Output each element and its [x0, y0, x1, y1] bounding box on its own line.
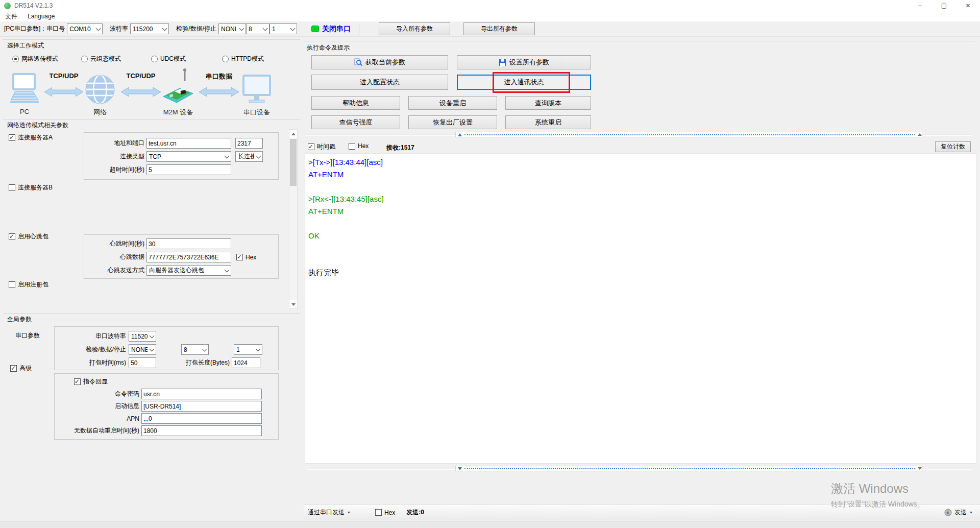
- device-reboot-button[interactable]: 设备重启: [408, 96, 497, 110]
- net-params-group: 网络透传模式相关参数 连接服务器A 地址和端口 连接类型 TCP 长连接: [3, 119, 300, 311]
- register-packet-checkbox[interactable]: 启用注册包: [9, 280, 48, 289]
- collapse-up-icon[interactable]: [458, 133, 462, 136]
- work-mode-group: 选择工作模式 网络透传模式 云组态模式 UDC模式 HTTPD模式 TCP/UD…: [3, 39, 300, 117]
- heartbeat-data-input[interactable]: [146, 252, 231, 262]
- chevron-down-icon[interactable]: ▼: [347, 511, 351, 514]
- log-line: AT+ENTM: [308, 205, 973, 218]
- query-version-button[interactable]: 查询版本: [505, 96, 591, 110]
- system-reboot-button[interactable]: 系统重启: [505, 115, 591, 129]
- pack-len-input[interactable]: [232, 357, 260, 368]
- app-logo-icon: [4, 3, 11, 9]
- heartbeat-checkbox[interactable]: 启用心跳包: [9, 232, 48, 241]
- pack-time-label: 打包时间(ms): [55, 358, 126, 367]
- conn-type-select[interactable]: TCP: [146, 151, 231, 162]
- radio-httpd-mode[interactable]: HTTPD模式: [222, 55, 264, 63]
- log-line: OK: [308, 230, 973, 242]
- log-bottom-splitter[interactable]: [306, 466, 972, 472]
- timestamp-checkbox[interactable]: 时间戳: [308, 142, 335, 151]
- parity-select[interactable]: NONI: [218, 23, 246, 34]
- log-line: AT+ENTM: [308, 169, 973, 181]
- conn-mode-select[interactable]: 长连接: [235, 151, 263, 162]
- app-window: DR514 V2.1.3 – ▢ ✕ 文件 Language [PC串口参数]：…: [0, 0, 980, 528]
- sent-count-label: 发送:0: [406, 508, 424, 517]
- reset-count-button[interactable]: 复位计数: [935, 141, 971, 152]
- checkbox-icon: [375, 509, 382, 516]
- pack-time-input[interactable]: [129, 357, 156, 368]
- help-info-button[interactable]: 帮助信息: [311, 96, 400, 110]
- radio-udc-mode[interactable]: UDC模式: [151, 55, 186, 63]
- checkbox-icon: [9, 184, 15, 191]
- restart-time-input[interactable]: [141, 425, 262, 436]
- radio-net-transparent-mode[interactable]: 网络透传模式: [12, 55, 58, 63]
- server-a-panel: 地址和端口 连接类型 TCP 长连接 超时时间(秒): [84, 132, 279, 180]
- log-line: [308, 242, 973, 254]
- checkbox-icon: [74, 378, 81, 385]
- window-bottom-edge: [0, 521, 980, 528]
- vertical-scrollbar[interactable]: [289, 129, 298, 309]
- log-area[interactable]: >[Tx->][13:43:44][asc]AT+ENTM>[Rx<-][13:…: [305, 153, 976, 464]
- heartbeat-data-label: 心跳数据: [84, 253, 144, 261]
- network-globe-icon: [85, 74, 115, 105]
- global-stop-bits-select[interactable]: 1: [234, 344, 262, 355]
- menu-file[interactable]: 文件: [5, 12, 17, 21]
- enter-comm-button[interactable]: 进入通讯状态: [457, 75, 591, 90]
- stop-bits-select[interactable]: 1: [270, 23, 297, 34]
- cmd-pwd-input[interactable]: [141, 389, 262, 399]
- boot-msg-input[interactable]: [141, 401, 262, 412]
- heartbeat-panel: 心跳时间(秒) 心跳数据 Hex 心跳发送方式 向服务器发送心跳包: [84, 234, 279, 279]
- global-baud-select[interactable]: 115200: [129, 331, 156, 342]
- log-hex-checkbox[interactable]: Hex: [349, 142, 369, 150]
- server-a-port-input[interactable]: [235, 138, 263, 149]
- group-border: [3, 313, 300, 314]
- com-port-select[interactable]: COM10: [67, 23, 103, 34]
- factory-reset-button[interactable]: 恢复出厂设置: [408, 115, 497, 129]
- pc-laptop-icon: [8, 73, 40, 107]
- splitter-dots: [464, 468, 915, 469]
- set-params-button[interactable]: 设置所有参数: [457, 55, 591, 69]
- enter-config-button[interactable]: 进入配置状态: [311, 75, 448, 90]
- server-a-address-input[interactable]: [146, 138, 231, 149]
- data-bits-select[interactable]: 8: [246, 23, 270, 34]
- link-label-tcp-udp-2: TCP/UDP: [126, 72, 155, 80]
- serial-params-panel: 串口波特率 115200 检验/数据/停止 NONE 8 1 打包时间(ms): [54, 326, 279, 370]
- scroll-up-icon[interactable]: [289, 130, 297, 138]
- global-parity-select[interactable]: NONE: [129, 344, 156, 355]
- menu-language[interactable]: Language: [28, 13, 55, 20]
- echo-checkbox[interactable]: 指令回显: [74, 377, 108, 386]
- collapse-down-icon[interactable]: [458, 467, 462, 470]
- query-signal-button[interactable]: 查信号强度: [311, 115, 400, 129]
- splitter-handle[interactable]: [455, 466, 922, 471]
- radio-icon: [222, 56, 229, 62]
- heartbeat-mode-select[interactable]: 向服务器发送心跳包: [146, 265, 231, 276]
- baud-select[interactable]: 115200: [130, 23, 169, 34]
- timeout-input[interactable]: [146, 164, 231, 175]
- server-a-checkbox[interactable]: 连接服务器A: [9, 133, 53, 142]
- heartbeat-hex-checkbox[interactable]: Hex: [236, 254, 256, 261]
- chevron-down-icon: [225, 267, 230, 272]
- checkbox-icon: [10, 365, 17, 372]
- arrow-m2m-serial-icon: [198, 86, 240, 98]
- get-params-button[interactable]: 获取当前参数: [311, 55, 448, 69]
- advanced-checkbox[interactable]: 高级: [10, 364, 32, 373]
- group-border: [3, 119, 300, 119]
- heartbeat-time-label: 心跳时间(秒): [84, 239, 144, 248]
- send-via-dropdown[interactable]: 通过串口发送: [308, 508, 345, 517]
- topology-diagram: TCP/UDP TCP/UDP 串口数据: [3, 66, 300, 117]
- chevron-down-icon: [225, 153, 230, 158]
- log-top-splitter[interactable]: [306, 132, 972, 138]
- splitter-handle[interactable]: [455, 132, 922, 137]
- heartbeat-time-input[interactable]: [146, 238, 231, 249]
- apn-input[interactable]: [141, 413, 262, 424]
- com-port-label: [PC串口参数]：串口号: [4, 25, 65, 33]
- chevron-down-icon: [202, 346, 207, 351]
- send-button[interactable]: 发送 ▼: [944, 508, 973, 517]
- send-hex-checkbox[interactable]: Hex: [375, 509, 395, 516]
- global-data-bits-select[interactable]: 8: [181, 344, 209, 355]
- command-panel-title: 执行命令及提示: [307, 43, 350, 52]
- scrollbar-thumb[interactable]: [290, 139, 297, 186]
- conn-type-label: 连接类型: [84, 152, 144, 161]
- server-b-checkbox[interactable]: 连接服务器B: [9, 183, 53, 192]
- radio-cloud-mode[interactable]: 云组态模式: [81, 55, 121, 63]
- scroll-down-icon[interactable]: [289, 300, 297, 308]
- window-title: DR514 V2.1.3: [14, 2, 53, 9]
